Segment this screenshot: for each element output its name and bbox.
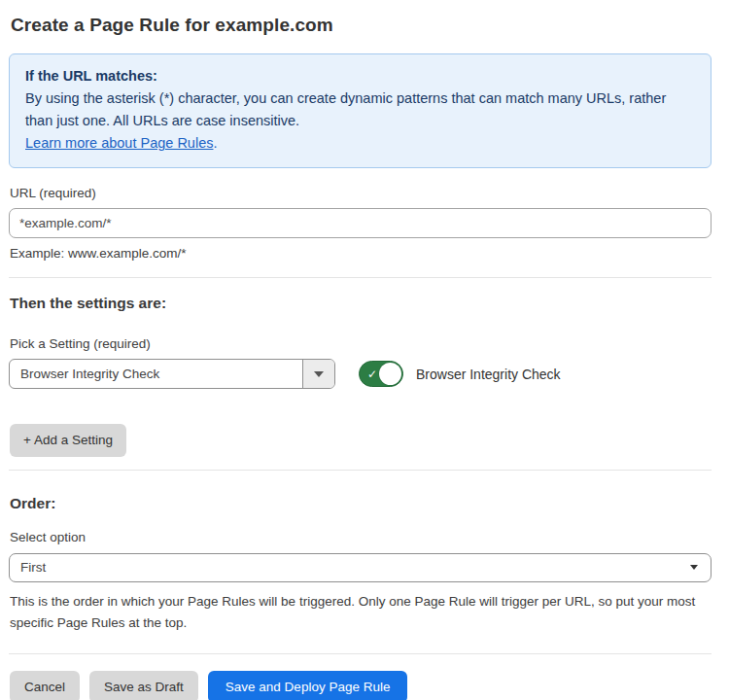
add-setting-button[interactable]: + Add a Setting	[10, 424, 126, 457]
separator	[9, 470, 712, 471]
setting-picker-label: Pick a Setting (required)	[10, 336, 712, 351]
save-draft-button[interactable]: Save as Draft	[89, 671, 198, 700]
url-field-label: URL (required)	[10, 186, 712, 200]
browser-integrity-toggle[interactable]: ✓	[359, 361, 403, 387]
save-deploy-button[interactable]: Save and Deploy Page Rule	[208, 671, 408, 700]
cancel-button[interactable]: Cancel	[10, 671, 80, 700]
link-suffix: .	[213, 135, 217, 151]
learn-more-link[interactable]: Learn more about Page Rules	[25, 135, 213, 151]
footer-actions: Cancel Save as Draft Save and Deploy Pag…	[10, 671, 712, 700]
toggle-label: Browser Integrity Check	[416, 367, 561, 382]
check-icon: ✓	[367, 368, 377, 379]
settings-section-heading: Then the settings are:	[10, 295, 712, 312]
order-helper-text: This is the order in which your Page Rul…	[10, 591, 712, 635]
url-example-helper: Example: www.example.com/*	[10, 246, 712, 261]
separator	[9, 653, 712, 654]
chevron-down-icon	[690, 565, 698, 570]
order-select-label: Select option	[10, 530, 712, 544]
setting-select-arrow-button[interactable]	[302, 360, 334, 388]
chevron-down-icon	[314, 371, 324, 377]
page-title: Create a Page Rule for example.com	[11, 15, 712, 36]
order-select-value: First	[20, 560, 46, 575]
info-banner-body: By using the asterisk (*) character, you…	[25, 88, 695, 132]
order-select[interactable]: First	[9, 553, 712, 582]
info-banner-heading: If the URL matches:	[25, 65, 695, 88]
page-rule-form: Create a Page Rule for example.com If th…	[0, 0, 729, 700]
separator	[9, 277, 712, 278]
toggle-knob	[379, 363, 401, 385]
setting-row: Browser Integrity Check ✓ Browser Integr…	[9, 359, 712, 389]
url-input[interactable]	[9, 208, 712, 238]
setting-select[interactable]: Browser Integrity Check	[9, 359, 335, 389]
order-section-heading: Order:	[10, 495, 712, 512]
info-banner-link-line: Learn more about Page Rules.	[25, 132, 695, 155]
setting-select-value: Browser Integrity Check	[10, 360, 302, 388]
url-match-info-banner: If the URL matches: By using the asteris…	[9, 53, 712, 168]
